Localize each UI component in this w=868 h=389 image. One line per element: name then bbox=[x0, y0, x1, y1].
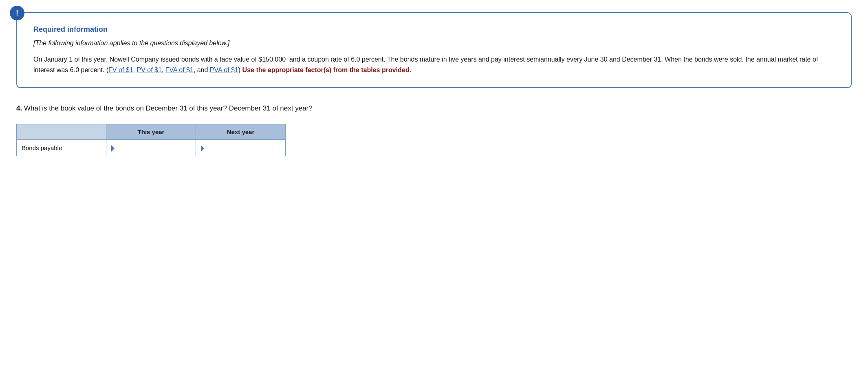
pva-link[interactable]: PVA of $1 bbox=[210, 66, 238, 73]
question-line: 4. What is the book value of the bonds o… bbox=[16, 104, 852, 113]
row-label-bonds-payable: Bonds payable bbox=[17, 140, 106, 156]
red-bold-text: Use the appropriate factor(s) from the t… bbox=[242, 66, 411, 73]
bonds-table: This year Next year Bonds payable bbox=[16, 124, 286, 156]
this-year-input-cell[interactable] bbox=[106, 140, 196, 156]
info-italic-text: [The following information applies to th… bbox=[33, 40, 835, 47]
question-number: 4. bbox=[16, 104, 22, 112]
comma3: , and bbox=[194, 66, 210, 73]
fv-link[interactable]: FV of $1 bbox=[108, 66, 133, 73]
info-title: Required information bbox=[33, 25, 835, 34]
fva-link[interactable]: FVA of $1 bbox=[165, 66, 194, 73]
col-header-next-year: Next year bbox=[196, 124, 286, 140]
next-year-input-cell[interactable] bbox=[196, 140, 286, 156]
table-row: Bonds payable bbox=[17, 140, 286, 156]
col-header-empty bbox=[17, 124, 106, 140]
pv-link[interactable]: PV of $1 bbox=[137, 66, 161, 73]
col-header-this-year: This year bbox=[106, 124, 196, 140]
info-body: On January 1 of this year, Nowell Compan… bbox=[33, 54, 835, 75]
question-text: What is the book value of the bonds on D… bbox=[24, 104, 313, 112]
paren-close: ) bbox=[238, 66, 242, 73]
next-year-input-indicator bbox=[201, 145, 204, 152]
comma2: , bbox=[162, 66, 165, 73]
info-box: ! Required information [The following in… bbox=[16, 12, 852, 88]
this-year-input-indicator bbox=[111, 145, 115, 152]
info-icon: ! bbox=[10, 6, 24, 20]
